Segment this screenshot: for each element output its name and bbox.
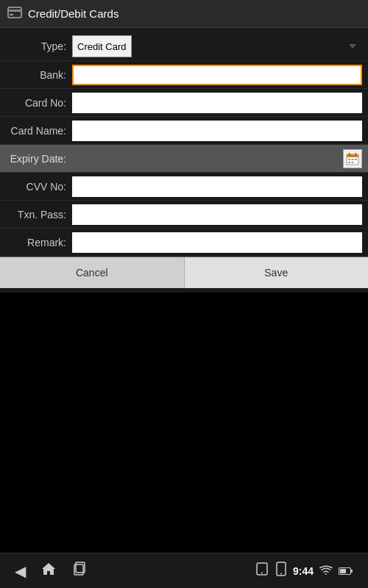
- remark-input[interactable]: [72, 232, 362, 253]
- card-name-row: Card Name:: [0, 117, 368, 145]
- svg-rect-1: [8, 10, 21, 12]
- svg-rect-4: [347, 154, 358, 157]
- remark-label: Remark:: [6, 237, 72, 248]
- card-no-row: Card No:: [0, 89, 368, 117]
- card-no-input[interactable]: [72, 93, 362, 113]
- svg-rect-8: [352, 159, 354, 160]
- svg-rect-10: [348, 162, 350, 163]
- card-name-input[interactable]: [72, 121, 362, 141]
- bank-label: Bank:: [6, 69, 72, 81]
- txn-pass-input[interactable]: [72, 204, 362, 225]
- txn-pass-label: Txn. Pass:: [6, 209, 72, 220]
- tablet-icon: [255, 562, 269, 580]
- status-time: 9:44: [293, 565, 314, 577]
- nav-left: ◀: [15, 561, 88, 581]
- svg-rect-21: [351, 570, 353, 573]
- svg-point-16: [261, 573, 263, 574]
- svg-rect-2: [10, 14, 13, 15]
- credit-card-icon: [7, 7, 22, 21]
- buttons-row: Cancel Save: [0, 257, 368, 288]
- bank-row: Bank:: [0, 61, 368, 89]
- recents-icon[interactable]: [71, 561, 88, 581]
- phone-icon: [275, 562, 287, 580]
- nav-bar: ◀ 9:44: [0, 553, 368, 588]
- card-name-label: Card Name:: [6, 125, 72, 137]
- svg-point-18: [280, 573, 282, 575]
- type-select-wrapper: Credit Card Debit Card: [72, 35, 362, 57]
- title-bar: Credit/Debit Cards: [0, 0, 368, 28]
- svg-rect-20: [340, 569, 346, 573]
- home-icon[interactable]: [40, 561, 57, 581]
- remark-row: Remark:: [0, 229, 368, 257]
- card-no-label: Card No:: [6, 97, 72, 109]
- save-button[interactable]: Save: [185, 257, 369, 288]
- chevron-down-icon: [349, 44, 356, 49]
- cvv-no-row: CVV No:: [0, 173, 368, 201]
- svg-rect-9: [355, 159, 357, 160]
- expiry-input-area: [72, 148, 343, 169]
- type-select[interactable]: Credit Card Debit Card: [72, 35, 132, 57]
- calendar-icon[interactable]: [343, 149, 362, 168]
- battery-icon: [339, 562, 353, 579]
- expiry-date-row: Expiry Date:: [0, 145, 368, 173]
- nav-right: 9:44: [255, 562, 353, 580]
- type-label: Type:: [6, 40, 72, 52]
- page-title: Credit/Debit Cards: [28, 7, 118, 20]
- bank-input[interactable]: [72, 65, 362, 85]
- svg-rect-7: [348, 159, 350, 160]
- expiry-date-label: Expiry Date:: [6, 153, 72, 165]
- txn-pass-row: Txn. Pass:: [0, 201, 368, 229]
- cancel-button[interactable]: Cancel: [0, 257, 185, 288]
- back-icon[interactable]: ◀: [15, 562, 26, 580]
- svg-rect-11: [352, 162, 354, 163]
- cvv-no-label: CVV No:: [6, 181, 72, 193]
- wifi-icon: [319, 562, 333, 579]
- cvv-no-input[interactable]: [72, 176, 362, 197]
- type-row: Type: Credit Card Debit Card: [0, 32, 368, 61]
- svg-marker-12: [42, 563, 55, 575]
- form-container: Type: Credit Card Debit Card Bank: Card …: [0, 28, 368, 293]
- svg-rect-0: [8, 7, 21, 18]
